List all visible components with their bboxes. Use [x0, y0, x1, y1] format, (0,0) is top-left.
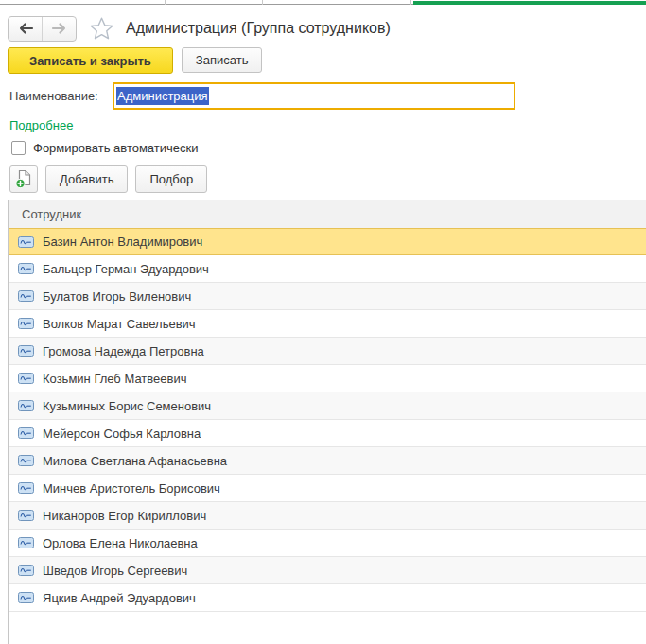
employee-icon [18, 345, 34, 357]
arrow-left-icon [17, 22, 34, 35]
table-row[interactable]: Кузьминых Борис Семенович [9, 392, 646, 420]
employee-name: Булатов Игорь Виленович [43, 289, 191, 304]
employee-name: Никаноров Егор Кириллович [43, 509, 206, 523]
active-tab-indicator [413, 1, 646, 5]
employee-name: Минчев Аристотель Борисович [43, 481, 220, 496]
name-input[interactable]: Администрация [113, 82, 515, 110]
table-row[interactable]: Бальцер Герман Эдуардович [9, 255, 646, 283]
employee-column-header[interactable]: Сотрудник [9, 200, 646, 229]
employee-icon [18, 263, 34, 274]
employee-icon [18, 455, 34, 466]
pick-button[interactable]: Подбор [135, 165, 207, 193]
page-title: Администрация (Группа сотрудников) [126, 20, 391, 37]
tab-separator [410, 0, 411, 5]
form-actions: Записать и закрыть Записать [8, 47, 262, 74]
employee-icon [18, 400, 34, 411]
back-button[interactable] [9, 17, 42, 41]
employee-name: Бальцер Герман Эдуардович [43, 262, 209, 276]
add-button[interactable]: Добавить [45, 165, 128, 193]
tab-separator [262, 0, 263, 5]
auto-form-checkbox[interactable] [11, 141, 26, 155]
employee-icon [18, 427, 34, 439]
employee-icon [18, 537, 34, 548]
document-plus-icon [14, 169, 33, 189]
name-label: Наименование: [9, 89, 113, 103]
table-row[interactable]: Мейерсон Софья Карловна [9, 420, 646, 447]
employee-icon [18, 592, 34, 603]
table-row[interactable]: Минчев Аристотель Борисович [9, 475, 646, 502]
tab-separator [165, 0, 166, 5]
employee-list-toolbar: Добавить Подбор [9, 165, 207, 193]
table-row[interactable]: Милова Светлана Афанасьевна [9, 447, 646, 475]
auto-form-checkbox-row[interactable]: Формировать автоматически [11, 141, 198, 155]
employee-icon [18, 482, 34, 494]
table-row[interactable]: Орлова Елена Николаевна [9, 530, 646, 557]
table-row[interactable]: Базин Антон Владимирович [9, 228, 646, 255]
table-row[interactable]: Булатов Игорь Виленович [9, 283, 646, 310]
employee-group-form-window: Администрация (Группа сотрудников) Запис… [0, 0, 646, 644]
more-details-link[interactable]: Подробнее [9, 118, 73, 132]
table-row[interactable]: Козьмин Глеб Матвеевич [9, 365, 646, 392]
employee-icon [18, 565, 34, 576]
employee-name: Базин Антон Владимирович [43, 235, 202, 249]
table-row[interactable]: Волков Марат Савельевич [9, 310, 646, 338]
favorite-star-icon[interactable] [89, 16, 114, 41]
table-row[interactable]: Никаноров Егор Кириллович [9, 502, 646, 530]
save-and-close-button[interactable]: Записать и закрыть [8, 47, 173, 74]
table-row[interactable]: Шведов Игорь Сергеевич [9, 557, 646, 584]
forward-button[interactable] [42, 17, 76, 41]
employee-icon [18, 236, 34, 248]
navigation-bar: Администрация (Группа сотрудников) [8, 15, 391, 42]
employee-icon [18, 373, 34, 384]
employee-name: Яцкив Андрей Эдуардович [43, 591, 196, 605]
create-employee-button[interactable] [9, 165, 38, 193]
employee-name: Козьмин Глеб Матвеевич [43, 372, 186, 386]
employee-icon [18, 290, 34, 302]
employee-name: Волков Марат Савельевич [43, 317, 196, 331]
name-input-selected-value: Администрация [116, 87, 209, 105]
table-row[interactable]: Громова Надежда Петровна [9, 338, 646, 365]
employee-name: Милова Светлана Афанасьевна [43, 454, 227, 468]
auto-form-checkbox-label: Формировать автоматически [33, 141, 198, 155]
employee-name: Громова Надежда Петровна [43, 344, 204, 358]
employee-icon [18, 510, 34, 521]
tab-strip [0, 0, 646, 5]
employee-table: Сотрудник Базин Антон Владимирович Бальц… [8, 200, 646, 644]
employee-icon [18, 318, 34, 329]
history-nav-group [8, 16, 77, 42]
employee-list: Базин Антон Владимирович Бальцер Герман … [9, 228, 646, 612]
table-row[interactable]: Яцкив Андрей Эдуардович [9, 584, 646, 612]
employee-name: Кузьминых Борис Семенович [43, 399, 211, 413]
save-button[interactable]: Записать [182, 47, 263, 73]
name-field-row: Наименование: Администрация [9, 82, 515, 110]
employee-name: Орлова Елена Николаевна [43, 536, 198, 550]
arrow-right-icon [51, 22, 68, 35]
employee-name: Шведов Игорь Сергеевич [43, 564, 187, 578]
employee-name: Мейерсон Софья Карловна [43, 426, 201, 441]
